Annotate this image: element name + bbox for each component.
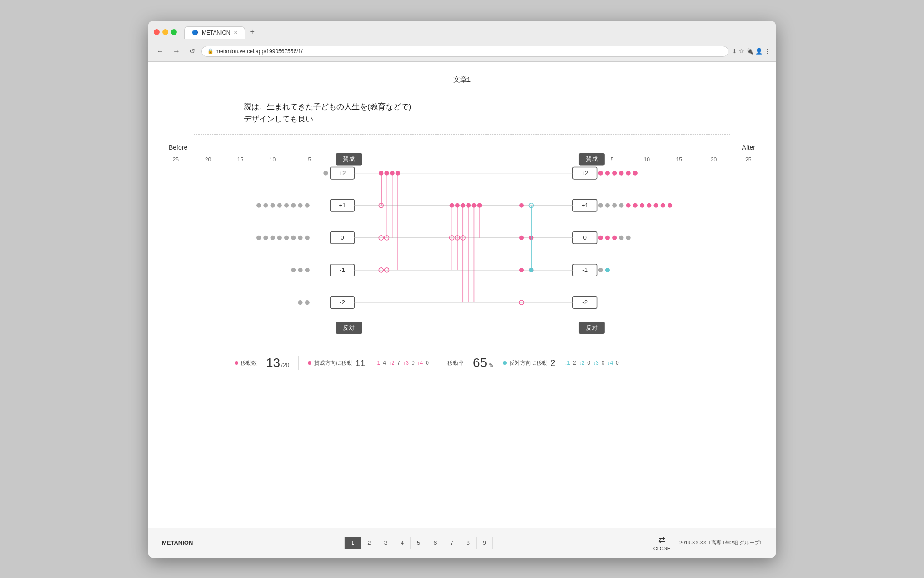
- svg-point-64: [298, 300, 302, 305]
- tab-bar: 🔵 METANION ✕ +: [184, 25, 770, 39]
- svg-text:賛成: 賛成: [586, 156, 598, 162]
- before-label: Before: [169, 144, 187, 151]
- page-2[interactable]: 2: [361, 537, 377, 549]
- page-5[interactable]: 5: [411, 537, 427, 549]
- svg-point-45: [298, 203, 302, 208]
- tab-close-button[interactable]: ✕: [234, 30, 237, 35]
- footer-brand: METANION: [162, 539, 193, 546]
- cyan-dot-hantai-icon: [503, 361, 507, 365]
- after-label: After: [742, 144, 755, 151]
- address-bar[interactable]: 🔒 metanion.vercel.app/1990567556/1/: [201, 46, 728, 57]
- page-title: 文章1: [194, 75, 730, 84]
- close-traffic-light[interactable]: [154, 29, 160, 35]
- svg-point-112: [519, 268, 524, 272]
- page-3[interactable]: 3: [377, 537, 394, 549]
- browser-chrome: 🔵 METANION ✕ + ← → ↺ 🔒 metanion.vercel.a…: [148, 21, 776, 62]
- svg-point-76: [633, 203, 638, 208]
- svg-point-70: [633, 171, 638, 175]
- svg-point-69: [626, 171, 631, 175]
- svg-point-61: [298, 268, 302, 272]
- page-6[interactable]: 6: [427, 537, 443, 549]
- svg-text:15: 15: [237, 156, 244, 163]
- page-4[interactable]: 4: [394, 537, 411, 549]
- svg-text:-2: -2: [340, 299, 345, 306]
- hantai-idou-block: 反対方向に移動 2: [503, 358, 555, 368]
- idou-rate-unit: ％: [488, 361, 494, 369]
- svg-point-88: [605, 268, 610, 272]
- bookmark-icon[interactable]: ☆: [739, 48, 744, 55]
- svg-point-43: [323, 171, 328, 175]
- svg-point-63: [305, 300, 310, 305]
- svg-point-81: [668, 203, 672, 208]
- svg-text:20: 20: [711, 156, 717, 163]
- svg-text:+2: +2: [339, 170, 346, 176]
- svg-text:20: 20: [205, 156, 211, 163]
- svg-text:反対: 反対: [586, 324, 598, 331]
- question-line1: 親は、生まれてきた子どもの人生を(教育などで): [244, 101, 712, 113]
- menu-icon[interactable]: ⋮: [764, 48, 770, 55]
- page-1[interactable]: 1: [344, 537, 361, 549]
- close-arrows-icon: ⇄: [658, 535, 665, 545]
- harrow1-label: ↓1: [564, 360, 570, 366]
- idou-rate-label: 移動率: [447, 359, 464, 367]
- svg-point-125: [529, 268, 533, 272]
- svg-point-82: [598, 236, 603, 240]
- arrow3-label: ↑3: [403, 360, 409, 366]
- new-tab-button[interactable]: +: [246, 25, 258, 39]
- svg-text:+1: +1: [582, 202, 588, 209]
- svg-point-51: [256, 203, 261, 208]
- page-7[interactable]: 7: [443, 537, 460, 549]
- back-button[interactable]: ←: [154, 46, 166, 56]
- idou-total: /20: [281, 362, 289, 368]
- svg-point-108: [519, 203, 524, 208]
- svg-point-54: [291, 236, 296, 240]
- page-8[interactable]: 8: [460, 537, 477, 549]
- svg-point-57: [271, 236, 275, 240]
- svg-text:5: 5: [308, 156, 311, 163]
- svg-point-66: [605, 171, 610, 175]
- svg-point-80: [661, 203, 665, 208]
- svg-point-73: [612, 203, 617, 208]
- svg-text:-1: -1: [340, 266, 345, 273]
- refresh-button[interactable]: ↺: [186, 46, 198, 56]
- footer-meta: 2019.XX.XX T高専 1年2組 グループ1: [670, 539, 762, 546]
- sansei-idou-count: 11: [355, 358, 365, 368]
- svg-text:5: 5: [611, 156, 614, 163]
- divider2: [438, 356, 438, 370]
- extension-icon[interactable]: 🔌: [746, 48, 753, 55]
- harrow4-label: ↓4: [607, 360, 613, 366]
- svg-point-85: [619, 236, 623, 240]
- svg-text:10: 10: [643, 156, 650, 163]
- svg-point-74: [619, 203, 623, 208]
- svg-point-65: [598, 171, 603, 175]
- harrow2-label: ↓2: [579, 360, 585, 366]
- svg-point-72: [605, 203, 610, 208]
- legend-area: 移動数 13 /20 賛成方向に移動 11: [166, 349, 758, 372]
- maximize-traffic-light[interactable]: [171, 29, 177, 35]
- svg-text:15: 15: [676, 156, 683, 163]
- idou-label: 移動数: [241, 359, 257, 367]
- sansei-arrows: ↑1 4 ↑2 7 ↑3 0 ↑4 0: [374, 360, 429, 366]
- page-content: 文章1 親は、生まれてきた子どもの人生を(教育などで) デザインしても良い Be…: [148, 62, 776, 558]
- divider: [298, 356, 299, 370]
- browser-actions: ⬇ ☆ 🔌 👤 ⋮: [732, 48, 770, 55]
- page-9[interactable]: 9: [477, 537, 493, 549]
- close-button[interactable]: ⇄ CLOSE: [653, 535, 670, 551]
- download-icon[interactable]: ⬇: [732, 48, 737, 55]
- profile-icon[interactable]: 👤: [755, 48, 763, 55]
- active-tab[interactable]: 🔵 METANION ✕: [184, 26, 245, 39]
- browser-window: 🔵 METANION ✕ + ← → ↺ 🔒 metanion.vercel.a…: [148, 21, 776, 558]
- svg-text:0: 0: [341, 234, 344, 241]
- svg-text:-2: -2: [582, 299, 588, 306]
- hantai-idou-label: 反対方向に移動: [509, 359, 547, 367]
- forward-button[interactable]: →: [170, 46, 183, 56]
- harrow1-val: 2: [573, 360, 576, 366]
- minimize-traffic-light[interactable]: [162, 29, 168, 35]
- svg-point-50: [263, 203, 268, 208]
- question-line2: デザインしても良い: [244, 113, 712, 125]
- arrow4-val: 0: [426, 360, 429, 366]
- svg-point-110: [519, 236, 524, 240]
- svg-point-71: [598, 203, 603, 208]
- svg-point-60: [305, 268, 310, 272]
- svg-point-49: [271, 203, 275, 208]
